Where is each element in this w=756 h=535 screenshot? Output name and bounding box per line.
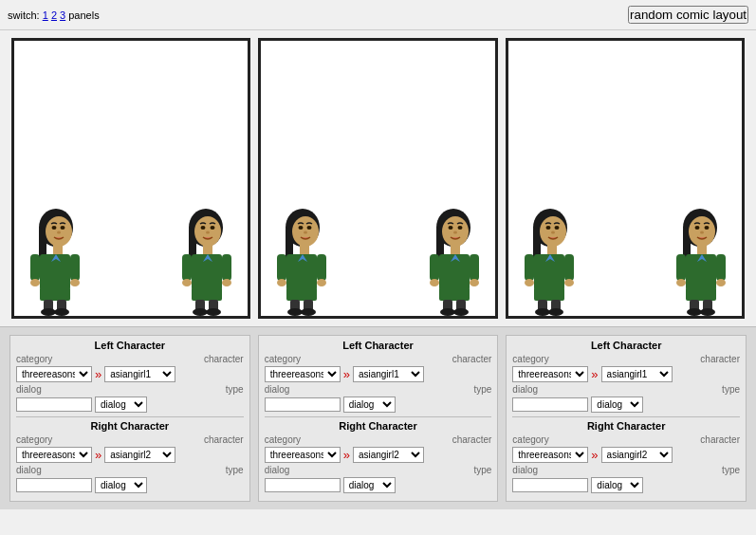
panel-1-right-character-select[interactable]: asiangirl2 xyxy=(104,447,175,463)
panel-2-characters xyxy=(261,193,494,316)
panel-3-left-dialog-row: dialog type xyxy=(512,384,740,395)
panel-3-right-char-title: Right Character xyxy=(512,420,740,432)
svg-point-41 xyxy=(307,226,312,230)
panel-3-right-dialog-row: dialog type xyxy=(512,465,740,475)
panel-2-right-dialog-input[interactable] xyxy=(265,478,341,492)
panel-3-left-category-label: category xyxy=(512,354,548,364)
panel-1-link[interactable]: 1 xyxy=(43,9,48,21)
panel-3-right-character-select[interactable]: asiangirl2 xyxy=(601,447,673,463)
panel-3-left-dialog-inputs: dialog xyxy=(512,397,740,413)
svg-rect-83 xyxy=(525,254,534,281)
panel-1-left-type-select[interactable]: dialog xyxy=(95,397,147,413)
panel-2-left-arrows-icon[interactable]: » xyxy=(343,367,350,381)
panel-1-left-char-label: character xyxy=(204,354,244,364)
svg-rect-87 xyxy=(534,287,564,301)
panel-3-left-char-label: character xyxy=(700,354,740,364)
panel-3-right-char-section: Right Character category character three… xyxy=(512,420,740,493)
panel-3-left-char-section: Left Character category character threer… xyxy=(512,340,740,413)
switch-controls: switch: 1 2 3 panels xyxy=(8,9,100,21)
panel-1-right-selects-row: threereasons » asiangirl2 xyxy=(16,447,244,463)
svg-rect-32 xyxy=(192,287,222,301)
panel-1-right-arrows-icon[interactable]: » xyxy=(95,448,101,462)
svg-rect-9 xyxy=(30,254,40,281)
panel-2-left-character xyxy=(265,202,341,316)
panel-3-right-dialog-input[interactable] xyxy=(512,478,588,492)
svg-rect-106 xyxy=(686,287,716,301)
panel-3-left-cat-row: category character xyxy=(512,354,740,364)
panel-3-right-cat-row: category character xyxy=(512,434,740,445)
panel-3-left-category-select[interactable]: threereasons xyxy=(512,366,588,382)
svg-rect-65 xyxy=(470,254,479,281)
panel-1-right-category-select[interactable]: threereasons xyxy=(16,447,92,463)
panel-2-right-type-select[interactable]: dialog xyxy=(343,477,396,493)
panel-3-right-dialog-label: dialog xyxy=(512,465,545,475)
svg-point-109 xyxy=(700,308,715,316)
svg-point-12 xyxy=(70,279,80,286)
svg-point-73 xyxy=(440,308,455,316)
svg-rect-29 xyxy=(182,254,192,281)
svg-rect-50 xyxy=(286,287,317,301)
panel-3-right-category-select[interactable]: threereasons xyxy=(512,447,588,463)
panel-1-left-selects-row: threereasons » asiangirl1 xyxy=(16,366,244,382)
panel-3-left-arrows-icon[interactable]: » xyxy=(591,367,598,381)
panel-3-left-char-title: Left Character xyxy=(512,340,740,351)
panel-3-right-category-label: category xyxy=(512,434,548,445)
panel-1-left-type-label: type xyxy=(206,384,244,395)
panel-1-right-dialog-row: dialog type xyxy=(16,465,244,475)
panel-1-right-character xyxy=(168,202,244,316)
panel-2-left-char-label: character xyxy=(452,354,492,364)
panel-1-speech-area xyxy=(14,41,248,193)
panel-3-left-type-select[interactable]: dialog xyxy=(591,397,643,413)
svg-point-42 xyxy=(304,231,307,234)
panel-1-left-dialog-input[interactable] xyxy=(16,397,92,412)
svg-point-104 xyxy=(716,279,726,286)
panel-1-left-char-title: Left Character xyxy=(16,340,244,351)
svg-point-35 xyxy=(206,308,221,316)
panel-2-right-type-label: type xyxy=(453,465,491,475)
panel-2-left-category-label: category xyxy=(265,354,301,364)
svg-point-96 xyxy=(704,226,709,230)
panel-2-left-character-select[interactable]: asiangirl1 xyxy=(353,366,424,382)
panel-3-right-type-select[interactable]: dialog xyxy=(591,477,643,493)
panel-3-link[interactable]: 3 xyxy=(60,9,65,21)
panel-2-right-dialog-row: dialog type xyxy=(265,465,492,475)
panel-3-controls: Left Character category character threer… xyxy=(506,335,747,502)
random-layout-button[interactable]: random comic layout xyxy=(628,6,748,24)
svg-point-36 xyxy=(193,308,208,316)
panel-2-right-category-select[interactable]: threereasons xyxy=(265,447,341,463)
panel-3-left-dialog-input[interactable] xyxy=(512,397,588,412)
svg-rect-43 xyxy=(300,245,309,254)
panel-1-left-category-select[interactable]: threereasons xyxy=(16,366,92,382)
panel-3-left-character-select[interactable]: asiangirl1 xyxy=(601,366,673,382)
panel-2-link[interactable]: 2 xyxy=(51,9,57,21)
svg-point-40 xyxy=(299,226,304,230)
panel-1-left-cat-row: category character xyxy=(16,354,244,364)
panel-1-left-arrows-icon[interactable]: » xyxy=(95,367,101,381)
panel-3-right-type-label: type xyxy=(702,465,740,475)
panel-2-left-dialog-input[interactable] xyxy=(265,397,341,412)
svg-rect-26 xyxy=(192,254,222,290)
svg-rect-102 xyxy=(716,254,726,281)
svg-point-16 xyxy=(41,308,56,316)
svg-rect-6 xyxy=(53,245,63,254)
panel-2-left-dialog-row: dialog type xyxy=(265,384,492,395)
svg-rect-103 xyxy=(676,254,686,281)
panel-1-right-dialog-input[interactable] xyxy=(16,478,92,492)
panel-1-left-dialog-inputs: dialog xyxy=(16,397,244,413)
svg-point-77 xyxy=(545,226,550,230)
panel-2-left-type-select[interactable]: dialog xyxy=(343,397,396,413)
comic-area xyxy=(0,30,756,326)
panel-1-right-type-select[interactable]: dialog xyxy=(95,477,147,493)
panel-2-right-arrows-icon[interactable]: » xyxy=(343,448,350,462)
panel-2-left-cat-row: category character xyxy=(265,354,492,364)
panel-1-characters xyxy=(14,193,248,316)
panel-1-right-type-label: type xyxy=(206,465,244,475)
panel-1-right-dialog-inputs: dialog xyxy=(16,477,244,493)
panel-2-right-char-title: Right Character xyxy=(265,420,492,432)
panel-2-right-character-select[interactable]: asiangirl2 xyxy=(353,447,424,463)
panel-2-left-category-select[interactable]: threereasons xyxy=(265,366,341,382)
panel-1-left-character-select[interactable]: asiangirl1 xyxy=(104,366,175,382)
svg-point-30 xyxy=(222,279,231,286)
switch-label: switch: xyxy=(8,9,40,21)
panel-3-right-arrows-icon[interactable]: » xyxy=(591,448,598,462)
